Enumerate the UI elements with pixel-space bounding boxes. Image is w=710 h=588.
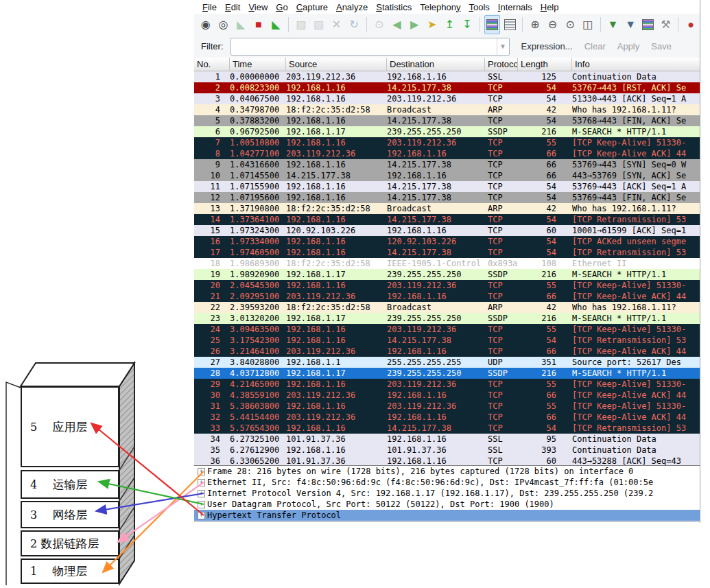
box-left-edge bbox=[6, 382, 21, 585]
box-top-face bbox=[21, 363, 134, 386]
box-right-face bbox=[119, 363, 134, 584]
protocol-stack-3d-faces bbox=[0, 0, 710, 588]
